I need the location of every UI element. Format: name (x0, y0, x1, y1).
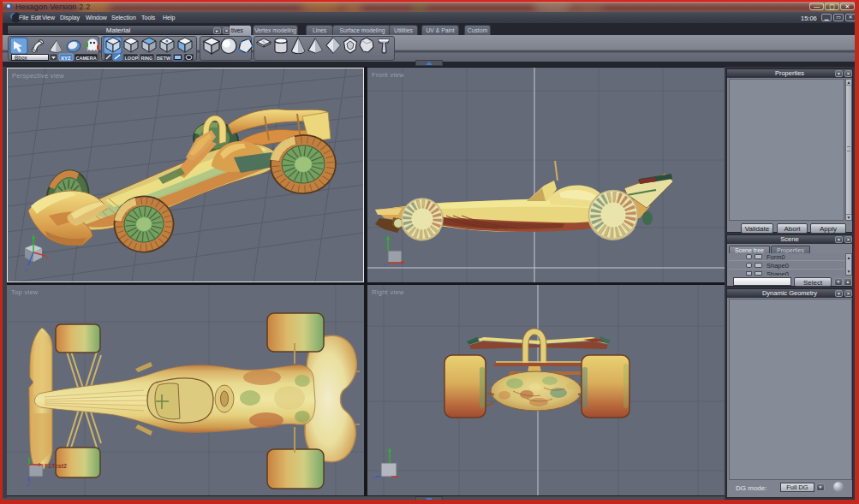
svg-text:XYZ: XYZ (61, 56, 71, 61)
svg-text:z: z (384, 262, 386, 267)
svg-text:F1Test2: F1Test2 (45, 463, 67, 469)
svg-text:LOOP: LOOP (125, 56, 139, 61)
svg-text:z: z (373, 475, 375, 480)
svg-text:RING: RING (141, 56, 153, 61)
svg-text:BETW: BETW (157, 56, 171, 61)
svg-text:z: z (25, 267, 27, 272)
svg-text:CAMERA: CAMERA (76, 56, 97, 61)
svg-text:Bbox: Bbox (15, 55, 28, 61)
svg-text:z: z (27, 483, 29, 488)
svg-text:x: x (46, 255, 49, 260)
